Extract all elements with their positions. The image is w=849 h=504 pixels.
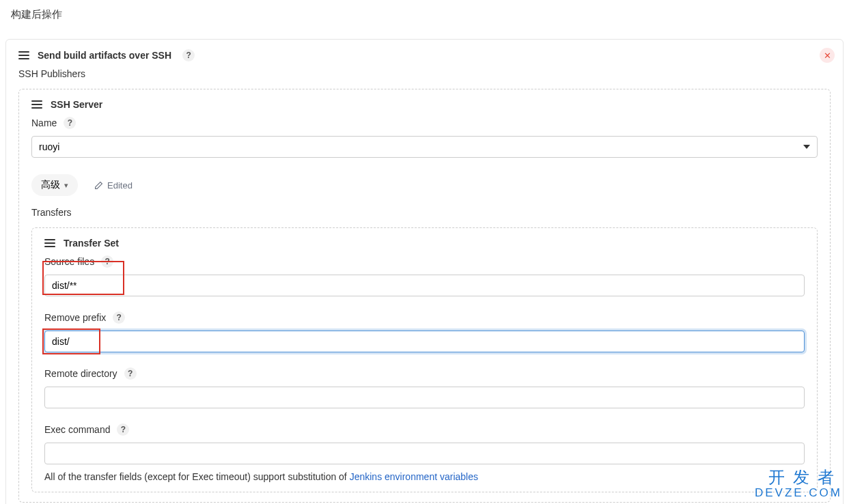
exec-command-input[interactable]	[44, 443, 805, 464]
drag-handle-icon[interactable]	[44, 239, 55, 247]
env-vars-link[interactable]: Jenkins environment variables	[350, 471, 478, 482]
help-icon[interactable]: ?	[124, 367, 137, 380]
edited-indicator: Edited	[94, 180, 133, 191]
name-select[interactable]: ruoyi	[31, 136, 818, 158]
close-icon[interactable]: ✕	[820, 48, 835, 63]
chevron-down-icon: ▾	[64, 181, 68, 190]
remove-prefix-label: Remove prefix	[44, 312, 106, 323]
help-icon[interactable]: ?	[64, 117, 76, 129]
name-label: Name	[31, 117, 57, 128]
source-files-label: Source files	[44, 256, 94, 267]
pencil-icon	[94, 181, 103, 190]
source-files-input[interactable]	[44, 275, 805, 296]
ssh-server-title: SSH Server	[51, 99, 102, 110]
transfer-set-title: Transfer Set	[64, 238, 119, 249]
footnote: All of the transfer fields (except for E…	[44, 471, 805, 482]
remote-directory-input[interactable]	[44, 387, 805, 408]
ssh-server-section: SSH Server Name ? ruoyi 高级 ▾ Edited	[18, 89, 831, 503]
help-icon[interactable]: ?	[101, 255, 113, 268]
transfer-set-section: Transfer Set Source files ? Remove prefi…	[31, 227, 818, 492]
remote-directory-label: Remote directory	[44, 368, 117, 379]
help-icon[interactable]: ?	[117, 423, 129, 436]
drag-handle-icon[interactable]	[18, 51, 29, 59]
drag-handle-icon[interactable]	[31, 100, 42, 109]
transfers-label: Transfers	[31, 207, 818, 218]
help-icon[interactable]: ?	[113, 311, 125, 324]
remove-prefix-input[interactable]	[44, 331, 805, 352]
artifacts-title: Send build artifacts over SSH	[38, 50, 171, 61]
help-icon[interactable]: ?	[182, 49, 195, 61]
ssh-publishers-label: SSH Publishers	[18, 68, 831, 79]
advanced-button[interactable]: 高级 ▾	[31, 174, 78, 196]
exec-command-label: Exec command	[44, 424, 110, 435]
page-title: 构建后操作	[5, 5, 844, 35]
artifacts-section: Send build artifacts over SSH ? ✕ SSH Pu…	[5, 39, 844, 504]
